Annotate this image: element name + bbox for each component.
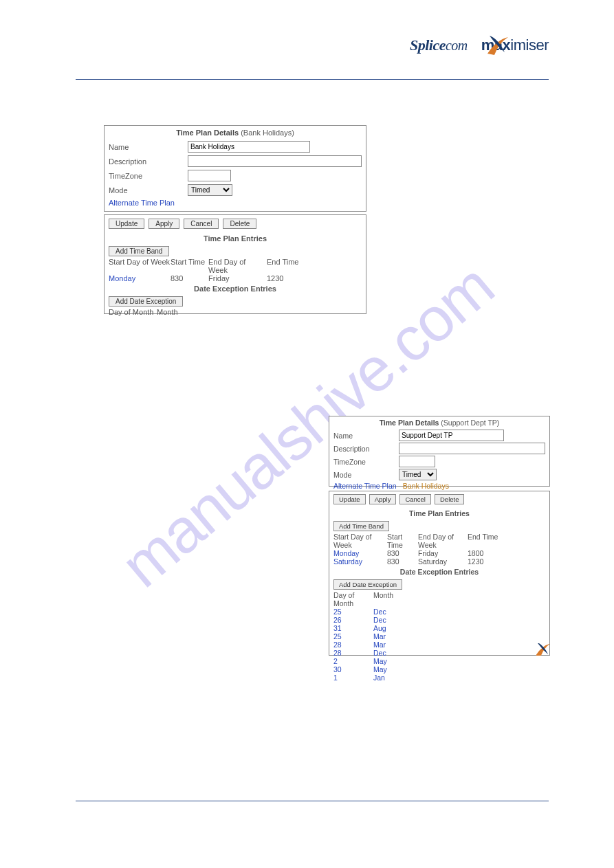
label-desc: Description <box>333 445 399 453</box>
th-startday: Start Day of Week <box>109 258 171 274</box>
th-starttime: Start Time <box>387 533 418 549</box>
timeband-startday[interactable]: Monday <box>333 549 387 557</box>
timezone-input[interactable] <box>399 456 435 467</box>
timeband-table: Start Day of Week Start Time End Day of … <box>105 258 366 282</box>
label-mode: Mode <box>109 186 188 194</box>
timeband-startday[interactable]: Saturday <box>333 557 387 566</box>
add-dateex-button[interactable]: Add Date Exception <box>333 579 402 590</box>
dateex-month[interactable]: Mar <box>373 632 401 641</box>
timeplan-entries-panel-2: Update Apply Cancel Delete Time Plan Ent… <box>329 491 550 656</box>
dateex-day[interactable]: 26 <box>333 616 373 624</box>
logo-imiser: imiser <box>510 36 549 54</box>
alternate-timeplan-value[interactable]: Bank Holidays <box>403 482 449 490</box>
timeband-table: Start Day of Week Start Time End Day of … <box>329 533 549 566</box>
dateex-month[interactable]: Aug <box>373 624 401 632</box>
timeband-starttime: 830 <box>387 557 418 566</box>
description-input[interactable] <box>399 443 545 454</box>
timeplan-entries-panel-1: Update Apply Cancel Delete Time Plan Ent… <box>104 214 366 314</box>
corner-swoosh-icon <box>536 643 550 656</box>
dateex-table: Day of Month Month 25Dec 26Dec 31Aug 25M… <box>329 591 549 682</box>
timeband-startday[interactable]: Monday <box>109 274 171 282</box>
dateex-day[interactable]: 28 <box>333 649 373 657</box>
mode-select[interactable]: Timed <box>399 469 437 480</box>
label-name: Name <box>109 143 188 151</box>
timeband-endtime: 1800 <box>468 549 502 557</box>
update-button[interactable]: Update <box>333 494 366 504</box>
apply-button[interactable]: Apply <box>369 494 397 504</box>
dateex-month[interactable]: May <box>373 665 401 674</box>
update-button[interactable]: Update <box>109 219 144 229</box>
th-dayofmonth: Day of Month <box>333 591 373 608</box>
swoosh-icon <box>484 33 512 58</box>
add-dateex-button[interactable]: Add Date Exception <box>109 296 183 307</box>
apply-button[interactable]: Apply <box>149 219 179 229</box>
dateex-month[interactable]: Mar <box>373 641 401 649</box>
cancel-button[interactable]: Cancel <box>184 219 219 229</box>
dateex-month[interactable]: Dec <box>373 608 401 616</box>
th-endday: End Day of Week <box>208 258 267 274</box>
timeband-starttime: 830 <box>171 274 208 282</box>
label-tz: TimeZone <box>109 172 188 180</box>
th-endtime: End Time <box>267 258 308 274</box>
th-starttime: Start Time <box>171 258 208 274</box>
add-timeband-button[interactable]: Add Time Band <box>109 246 169 256</box>
th-startday: Start Day of Week <box>333 533 387 549</box>
logo-com: com <box>446 38 468 53</box>
timeband-endday: Friday <box>208 274 267 282</box>
timeband-endday: Friday <box>418 549 468 557</box>
cancel-button[interactable]: Cancel <box>399 494 431 504</box>
alternate-timeplan-link[interactable]: Alternate Time Plan <box>333 482 397 490</box>
dateex-day[interactable]: 25 <box>333 632 373 641</box>
dateex-day[interactable]: 30 <box>333 665 373 674</box>
dateex-table: Day of Month Month <box>105 308 366 316</box>
label-tz: TimeZone <box>333 458 399 466</box>
delete-button[interactable]: Delete <box>435 494 464 504</box>
timeplan-details-panel-1: Time Plan Details (Bank Holidays) Name D… <box>104 125 366 212</box>
dateex-month[interactable]: Jan <box>373 674 401 682</box>
name-input[interactable] <box>188 141 310 153</box>
label-mode: Mode <box>333 471 399 479</box>
th-endday: End Day of Week <box>418 533 468 549</box>
dateex-title: Date Exception Entries <box>329 566 549 578</box>
timeplan-details-panel-2: Time Plan Details (Support Dept TP) Name… <box>329 416 550 487</box>
entries-title: Time Plan Entries <box>105 232 366 245</box>
timeband-endtime: 1230 <box>468 557 502 566</box>
th-month: Month <box>373 591 401 608</box>
timeband-starttime: 830 <box>387 549 418 557</box>
panel1-title: Time Plan Details (Bank Holidays) <box>105 126 366 140</box>
description-input[interactable] <box>188 155 362 167</box>
dateex-month[interactable]: May <box>373 657 401 665</box>
panel2-title: Time Plan Details (Support Dept TP) <box>329 416 549 429</box>
dateex-day[interactable]: 25 <box>333 608 373 616</box>
entries-title: Time Plan Entries <box>329 507 549 520</box>
dateex-month[interactable]: Dec <box>373 649 401 657</box>
dateex-month[interactable]: Dec <box>373 616 401 624</box>
dateex-day[interactable]: 28 <box>333 641 373 649</box>
alternate-timeplan-link[interactable]: Alternate Time Plan <box>109 199 175 207</box>
th-endtime: End Time <box>468 533 502 549</box>
dateex-day[interactable]: 1 <box>333 674 373 682</box>
dateex-day[interactable]: 2 <box>333 657 373 665</box>
dateex-day[interactable]: 31 <box>333 624 373 632</box>
add-timeband-button[interactable]: Add Time Band <box>333 521 389 531</box>
timezone-input[interactable] <box>188 170 231 181</box>
logo-splice: Splice <box>410 36 446 54</box>
timeband-endday: Saturday <box>418 557 468 566</box>
mode-select[interactable]: Timed <box>188 184 232 196</box>
name-input[interactable] <box>399 430 504 441</box>
footer-divider <box>76 801 549 801</box>
dateex-title: Date Exception Entries <box>105 282 366 295</box>
header-divider <box>76 79 549 80</box>
th-dayofmonth: Day of Month <box>109 308 157 316</box>
label-desc: Description <box>109 157 188 166</box>
th-month: Month <box>157 308 191 316</box>
delete-button[interactable]: Delete <box>223 219 256 229</box>
logo: Splicecommaximiser <box>410 36 549 54</box>
label-name: Name <box>333 432 399 440</box>
timeband-endtime: 1230 <box>267 274 308 282</box>
